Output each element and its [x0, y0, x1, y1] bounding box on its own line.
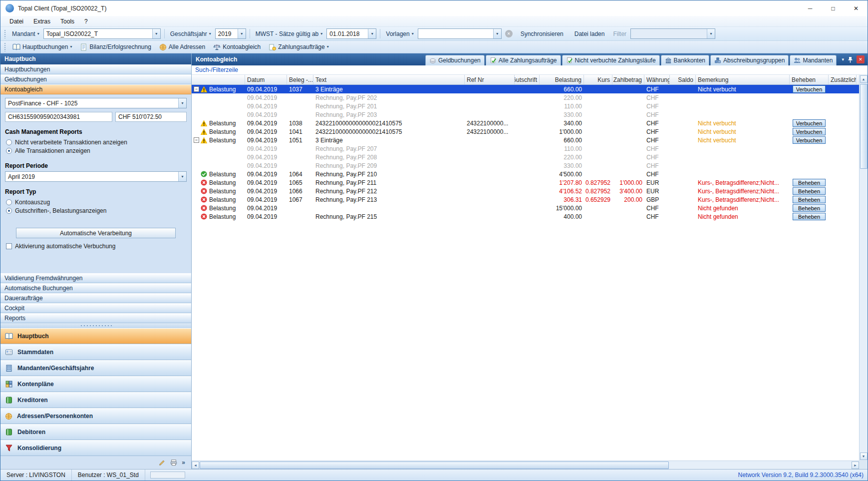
- scroll-up-icon[interactable]: ▲: [860, 75, 868, 83]
- table-row[interactable]: 09.04.2019Rechnung, Pay.PF 208220.00CHF: [192, 153, 859, 161]
- mandant-combo[interactable]: Topal_ISO20022_T ▾: [43, 28, 161, 39]
- pen-icon[interactable]: [159, 459, 166, 466]
- vertical-scrollbar[interactable]: ▲ ▼: [859, 75, 868, 461]
- vorlagen-menu-button[interactable]: Vorlagen ▾: [384, 30, 415, 38]
- beheben-button[interactable]: Beheben: [793, 187, 826, 195]
- column-header-text[interactable]: Text: [313, 75, 465, 84]
- module-item-debitoren[interactable]: Debitoren: [0, 424, 191, 440]
- beheben-button[interactable]: Beheben: [793, 204, 826, 212]
- column-header-datum[interactable]: Datum: [245, 75, 287, 84]
- shortcut-alle-adressen[interactable]: Alle Adressen: [156, 42, 209, 52]
- sidebar-item-hauptbuchungen[interactable]: Hauptbuchungen: [0, 64, 191, 74]
- toolbar-grip[interactable]: [4, 29, 6, 38]
- table-row[interactable]: 09.04.2019Rechnung, Pay.PF 202220.00CHF: [192, 93, 859, 102]
- column-header-zahlbetrag[interactable]: Zahlbetrag: [612, 75, 644, 84]
- menu-item-help[interactable]: ?: [79, 17, 93, 26]
- table-row[interactable]: Belastung09.04.2019103824322100000000000…: [192, 119, 859, 127]
- module-item-kreditoren[interactable]: Kreditoren: [0, 392, 191, 408]
- automatische-verarbeitung-button[interactable]: Automatische Verarbeitung: [16, 228, 176, 238]
- horizontal-scrollbar[interactable]: ◄ ►: [192, 461, 859, 469]
- module-item-stammdaten[interactable]: Stammdaten: [0, 344, 191, 360]
- sidebar-item-kontoabgleich[interactable]: Kontoabgleich: [0, 84, 191, 94]
- account-select[interactable]: PostFinance - CHF - 1025 ▾: [5, 98, 187, 108]
- beheben-button[interactable]: Beheben: [793, 179, 826, 186]
- sidebar-item-reports[interactable]: Reports: [0, 313, 191, 323]
- pin-icon[interactable]: [848, 56, 853, 63]
- tab-alle-zahlungsauftrage[interactable]: Alle Zahlungsaufträge: [486, 55, 561, 65]
- table-row[interactable]: 09.04.2019Rechnung, Pay.PF 207110.00CHF: [192, 144, 859, 153]
- column-header-gutschrift[interactable]: Gutschrift: [515, 75, 540, 84]
- column-header-beheben[interactable]: Beheben: [790, 75, 829, 84]
- panel-menu-icon[interactable]: ▾: [842, 57, 844, 62]
- expand-collapse-icon[interactable]: −: [194, 137, 199, 143]
- column-header-indicator[interactable]: [192, 75, 245, 84]
- column-header-beleg[interactable]: Beleg -...: [287, 75, 313, 84]
- table-row[interactable]: −Belastung09.04.201910513 Einträge660.00…: [192, 136, 859, 144]
- table-row[interactable]: Belastung09.04.20191066Rechnung, Pay.PF …: [192, 187, 859, 195]
- minimize-button[interactable]: ─: [799, 0, 822, 16]
- column-header-belastung[interactable]: Belastung: [540, 75, 584, 84]
- sidebar-item-dauerauftrage[interactable]: Daueraufträge: [0, 293, 191, 303]
- geschaeftsjahr-combo[interactable]: 2019 ▾: [215, 28, 246, 39]
- radio-alle-transaktionen-anzeigen[interactable]: Alle Transaktionen anzeigen: [6, 147, 187, 154]
- verbuchen-button[interactable]: Verbuchen: [793, 85, 826, 93]
- column-header-saldo[interactable]: Saldo: [670, 75, 696, 84]
- panel-close-icon[interactable]: ✕: [857, 55, 865, 63]
- module-item-adressen-personenkonten[interactable]: Adressen/Personenkonten: [0, 408, 191, 424]
- radio-nicht-verarbeitete-transaktionen-anzeigen[interactable]: Nicht verarbeitete Transaktionen anzeige…: [6, 139, 187, 146]
- maximize-button[interactable]: □: [822, 0, 845, 16]
- table-row[interactable]: −Belastung09.04.201910373 Einträge660.00…: [192, 85, 859, 93]
- sidebar-item-automatische-buchungen[interactable]: Automatische Buchungen: [0, 283, 191, 293]
- column-header-kurs[interactable]: Kurs: [584, 75, 612, 84]
- beheben-button[interactable]: Beheben: [793, 213, 826, 220]
- report-periode-select[interactable]: April 2019 ▾: [5, 171, 187, 182]
- table-row[interactable]: 09.04.2019Rechnung, Pay.PF 201110.00CHF: [192, 102, 859, 110]
- module-item-hauptbuch[interactable]: Hauptbuch: [0, 328, 191, 344]
- beheben-button[interactable]: Beheben: [793, 196, 826, 203]
- iban-field[interactable]: CH6315590959020343981: [5, 112, 112, 122]
- table-row[interactable]: Belastung09.04.20191064Rechnung, Pay.PF …: [192, 170, 859, 178]
- scroll-right-icon[interactable]: ►: [852, 462, 859, 469]
- mwst-date-combo[interactable]: 01.01.2018 ▾: [326, 28, 376, 39]
- sidebar-item-validierung-fremdwahrungen[interactable]: Validierung Fremdwährungen: [0, 273, 191, 283]
- shortcut-zahlungsauftrage[interactable]: Zahlungsaufträge▾: [265, 42, 332, 52]
- shortcut-hauptbuchungen[interactable]: Hauptbuchungen▾: [9, 42, 75, 52]
- verbuchen-button[interactable]: Verbuchen: [793, 128, 826, 135]
- module-item-kontenplane[interactable]: Kontenpläne: [0, 376, 191, 392]
- vertical-scrollbar-thumb[interactable]: [860, 84, 868, 169]
- module-item-mandanten-geschaftsjahre[interactable]: Mandanten/Geschäftsjahre: [0, 360, 191, 376]
- menu-item-extras[interactable]: Extras: [28, 17, 55, 26]
- mwst-menu-button[interactable]: MWST - Sätze gültig ab ▾: [254, 30, 325, 38]
- module-item-konsolidierung[interactable]: Konsolidierung: [0, 440, 191, 456]
- table-row[interactable]: Belastung09.04.20191067Rechnung, Pay.PF …: [192, 195, 859, 204]
- mandant-menu-button[interactable]: Mandant ▾: [10, 30, 41, 38]
- chevrons-icon[interactable]: »: [182, 459, 185, 466]
- tab-bankkonten[interactable]: Bankkonten: [661, 55, 709, 65]
- shortcut-kontoabgleich[interactable]: Kontoabgleich: [210, 42, 264, 52]
- column-header-bemerkung[interactable]: Bemerkung: [696, 75, 790, 84]
- verbuchen-button[interactable]: Verbuchen: [793, 136, 826, 144]
- tab-mandanten[interactable]: Mandanten: [790, 55, 837, 65]
- column-header-ref-nr[interactable]: Ref Nr: [465, 75, 515, 84]
- sidebar-item-cockpit[interactable]: Cockpit: [0, 303, 191, 313]
- splitter-grip[interactable]: [0, 323, 191, 328]
- search-filter-row[interactable]: Such-/Filterzeile: [192, 65, 868, 75]
- datei-laden-button[interactable]: Datei laden: [570, 29, 609, 39]
- column-header-wahrung[interactable]: Währung: [644, 75, 670, 84]
- tab-nicht-verbuchte-zahlungslaufe[interactable]: Nicht verbuchte Zahlungsläufe: [562, 55, 660, 65]
- table-row[interactable]: 09.04.2019Rechnung, Pay.PF 209330.00CHF: [192, 161, 859, 170]
- filter-combo[interactable]: ▾: [630, 28, 715, 39]
- synchronisieren-button[interactable]: Synchronisieren: [516, 29, 568, 39]
- scroll-down-icon[interactable]: ▼: [860, 453, 868, 460]
- tab-abschreibungsgruppen[interactable]: Abschreibungsgruppen: [710, 55, 789, 65]
- menu-item-datei[interactable]: Datei: [4, 17, 28, 26]
- table-row[interactable]: Belastung09.04.2019104124322100000000000…: [192, 127, 859, 136]
- horizontal-scrollbar-thumb[interactable]: [200, 462, 669, 469]
- table-row[interactable]: Belastung09.04.201915'000.00CHFNicht gef…: [192, 204, 859, 212]
- balance-field[interactable]: CHF 510'072.50: [115, 112, 187, 122]
- table-row[interactable]: Belastung09.04.2019Rechnung, Pay.PF 2154…: [192, 212, 859, 221]
- sidebar-item-geldbuchungen[interactable]: Geldbuchungen: [0, 74, 191, 84]
- close-button[interactable]: ✕: [845, 0, 868, 16]
- verbuchen-button[interactable]: Verbuchen: [793, 119, 826, 127]
- tab-geldbuchungen[interactable]: Geldbuchungen: [425, 55, 485, 65]
